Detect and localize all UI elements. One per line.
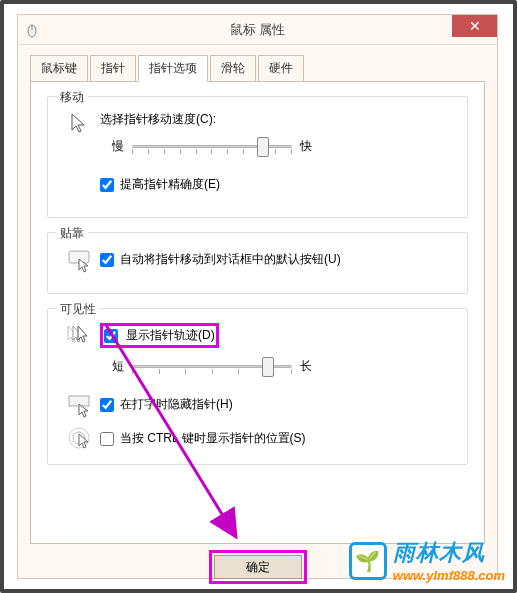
- snap-group: 贴靠 自动将指针移动到对话框中的默认按钮(U): [47, 232, 468, 294]
- tab-pointers[interactable]: 指针: [90, 55, 136, 82]
- tab-pointer-options[interactable]: 指针选项: [138, 55, 208, 82]
- snap-to-default-label: 自动将指针移动到对话框中的默认按钮(U): [120, 251, 341, 268]
- pointer-trails-icon: [66, 323, 94, 347]
- visibility-group: 可见性: [47, 308, 468, 465]
- watermark-icon: 🌱: [349, 542, 387, 580]
- window-title: 鼠标 属性: [230, 21, 286, 39]
- hide-while-typing-label: 在打字时隐藏指针(H): [120, 396, 233, 413]
- motion-group-title: 移动: [56, 89, 88, 106]
- ok-button-highlight: 确定: [209, 550, 307, 584]
- slow-label: 慢: [112, 138, 124, 155]
- snap-group-title: 贴靠: [56, 225, 88, 242]
- pointer-speed-slider[interactable]: [132, 134, 292, 158]
- titlebar: 鼠标 属性 ✕: [18, 15, 497, 45]
- hide-while-typing-icon: [67, 392, 93, 418]
- mouse-properties-window: 鼠标 属性 ✕ 鼠标键 指针 指针选项 滑轮 硬件 移动: [17, 14, 498, 579]
- enhance-precision-label: 提高指针精确度(E): [120, 176, 220, 193]
- close-icon: ✕: [469, 18, 481, 34]
- tab-hardware[interactable]: 硬件: [258, 55, 304, 82]
- visibility-group-title: 可见性: [56, 301, 100, 318]
- pointer-trails-label: 显示指针轨迹(D): [126, 327, 215, 344]
- fast-label: 快: [300, 138, 312, 155]
- pointer-speed-label: 选择指针移动速度(C):: [100, 111, 455, 128]
- tab-panel: 移动 选择指针移动速度(C): 慢: [30, 81, 485, 544]
- trails-long-label: 长: [300, 358, 312, 375]
- hide-while-typing-checkbox[interactable]: 在打字时隐藏指针(H): [100, 396, 455, 413]
- tab-buttons[interactable]: 鼠标键: [30, 55, 88, 82]
- ctrl-locate-label: 当按 CTRL 键时显示指针的位置(S): [120, 430, 306, 447]
- ctrl-locate-checkbox[interactable]: 当按 CTRL 键时显示指针的位置(S): [100, 430, 455, 447]
- ctrl-locate-icon: [67, 426, 93, 452]
- tab-wheel[interactable]: 滑轮: [210, 55, 256, 82]
- trails-short-label: 短: [112, 358, 124, 375]
- watermark: 🌱 雨林木风 www.ylmf888.com: [349, 538, 505, 583]
- cursor-arrow-icon: [68, 111, 92, 135]
- enhance-precision-checkbox[interactable]: 提高指针精确度(E): [100, 176, 220, 193]
- close-button[interactable]: ✕: [452, 15, 497, 37]
- motion-group: 移动 选择指针移动速度(C): 慢: [47, 96, 468, 218]
- snap-to-default-checkbox[interactable]: 自动将指针移动到对话框中的默认按钮(U): [100, 251, 455, 268]
- mouse-sysicon: [24, 22, 40, 38]
- watermark-cn: 雨林木风: [393, 538, 505, 568]
- tabs: 鼠标键 指针 指针选项 滑轮 硬件: [30, 55, 485, 82]
- watermark-url: www.ylmf888.com: [393, 568, 505, 583]
- highlight-box: 显示指针轨迹(D): [100, 323, 219, 348]
- pointer-trails-checkbox[interactable]: 显示指针轨迹(D): [103, 326, 216, 345]
- trails-length-slider[interactable]: [132, 354, 292, 378]
- ok-button[interactable]: 确定: [214, 555, 302, 579]
- snap-to-button-icon: [67, 247, 93, 273]
